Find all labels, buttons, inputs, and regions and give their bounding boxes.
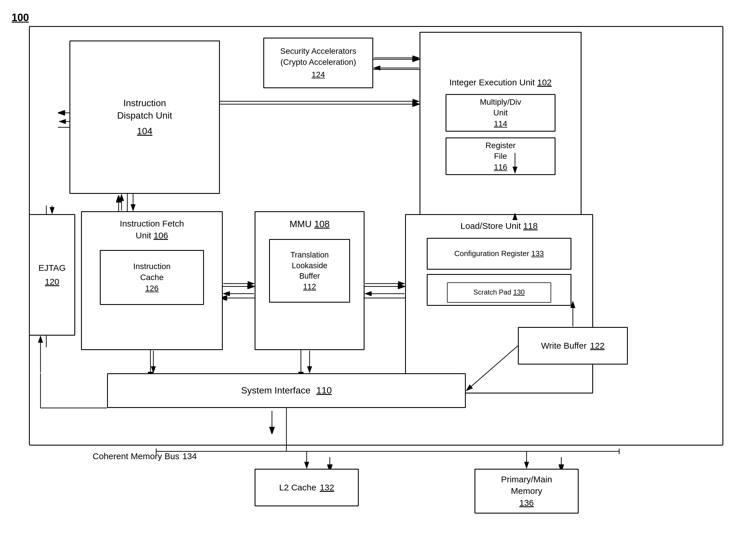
mmu-ref: 108 xyxy=(314,219,330,229)
config-register: Configuration Register 133 xyxy=(427,238,571,270)
l2-cache-title: L2 Cache xyxy=(279,482,316,494)
integer-execution-ref: 102 xyxy=(537,78,552,87)
instruction-dispatch-title: InstructionDispatch Unit xyxy=(117,97,172,122)
system-label: 100 xyxy=(12,12,29,24)
scratch-pad-ref: 130 xyxy=(513,288,525,296)
config-register-ref: 133 xyxy=(531,249,544,258)
system-interface-title: System Interface xyxy=(241,384,310,397)
security-accelerators: Security Accelerators(Crypto Acceleratio… xyxy=(263,38,373,88)
security-title: Security Accelerators(Crypto Acceleratio… xyxy=(280,46,356,68)
load-store-ref: 118 xyxy=(523,221,538,231)
scratch-pad: Scratch Pad 130 xyxy=(447,282,551,303)
primary-main-memory-ref: 136 xyxy=(519,497,534,509)
write-buffer-ref: 122 xyxy=(590,340,605,352)
l2-cache-ref: 132 xyxy=(320,482,334,494)
write-buffer-title: Write Buffer xyxy=(541,340,586,352)
instruction-cache-ref: 126 xyxy=(145,283,159,294)
scratch-pad-title: Scratch Pad 130 xyxy=(473,288,525,297)
instruction-fetch-title: Instruction FetchUnit 106 xyxy=(120,218,184,241)
system-interface-ref: 110 xyxy=(316,384,332,397)
tlb-ref: 112 xyxy=(303,282,316,292)
mmu: MMU 108 TranslationLookasideBuffer 112 xyxy=(255,211,365,350)
register-file: RegisterFile 116 xyxy=(446,137,555,175)
integer-execution-title: Integer Execution Unit 102 xyxy=(449,77,552,89)
coherent-memory-bus-title: Coherent Memory Bus xyxy=(93,451,179,461)
instruction-dispatch-unit: InstructionDispatch Unit 104 xyxy=(69,41,220,194)
instruction-cache: InstructionCache 126 xyxy=(100,250,204,305)
instruction-fetch-unit: Instruction FetchUnit 106 InstructionCac… xyxy=(81,211,223,350)
instruction-dispatch-ref: 104 xyxy=(137,125,152,137)
coherent-memory-bus-label: Coherent Memory Bus 134 xyxy=(93,451,197,461)
system-interface: System Interface 110 xyxy=(107,373,466,408)
l1-data-cache: (L1) Data Cache 128 Scratch Pad 130 xyxy=(427,274,571,306)
mmu-title: MMU 108 xyxy=(290,218,330,230)
ejtag: EJTAG 120 xyxy=(29,214,75,336)
load-store-title: Load/Store Unit 118 xyxy=(461,220,538,232)
primary-main-memory: Primary/MainMemory 136 xyxy=(474,469,579,514)
security-ref: 124 xyxy=(312,69,325,80)
l2-cache: L2 Cache 132 xyxy=(255,469,359,506)
primary-main-memory-title: Primary/MainMemory xyxy=(501,474,552,497)
instruction-cache-title: InstructionCache xyxy=(133,261,170,283)
multiply-div-unit: Multiply/DivUnit 114 xyxy=(446,94,555,132)
instruction-fetch-ref: 106 xyxy=(154,231,168,240)
register-file-ref: 116 xyxy=(494,162,507,173)
translation-lookaside-buffer: TranslationLookasideBuffer 112 xyxy=(269,239,350,303)
integer-execution-unit: Integer Execution Unit 102 Multiply/DivU… xyxy=(420,32,582,220)
config-register-title: Configuration Register 133 xyxy=(454,249,544,259)
register-file-title: RegisterFile xyxy=(485,140,516,162)
tlb-title: TranslationLookasideBuffer xyxy=(290,250,329,281)
ejtag-ref: 120 xyxy=(45,276,59,288)
write-buffer: Write Buffer 122 xyxy=(518,327,628,365)
load-store-unit: Load/Store Unit 118 Configuration Regist… xyxy=(405,214,593,393)
multiply-div-ref: 114 xyxy=(494,118,507,129)
diagram-container: 100 xyxy=(12,12,744,535)
ejtag-title: EJTAG xyxy=(38,262,66,274)
coherent-memory-bus-ref: 134 xyxy=(182,451,197,461)
multiply-div-title: Multiply/DivUnit xyxy=(480,97,521,119)
